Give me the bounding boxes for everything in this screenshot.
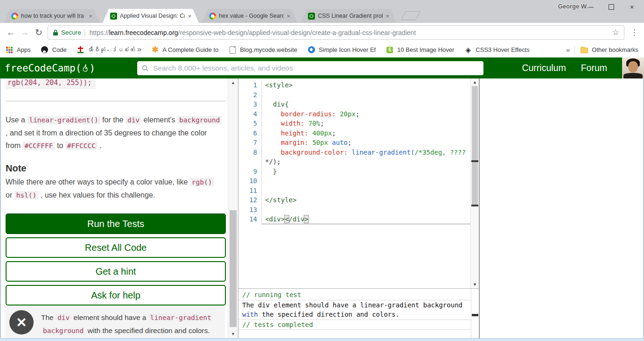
document-icon bbox=[229, 46, 236, 54]
tab-close-icon[interactable]: × bbox=[385, 13, 389, 19]
console-rows: // running testThe div element should ha… bbox=[238, 289, 479, 330]
maximize-icon bbox=[609, 4, 614, 10]
tab-close-icon[interactable]: × bbox=[89, 13, 92, 19]
code-example-tail: rgb(204, 204, 255)); bbox=[6, 78, 96, 89]
fcc-search-bar bbox=[137, 61, 483, 75]
back-button[interactable]: ← bbox=[4, 26, 18, 40]
editor-line[interactable]: 9 } bbox=[238, 167, 479, 177]
test-result-error: ✕ The div element should have a linear-g… bbox=[5, 305, 225, 338]
editor-line[interactable]: 5 width: 70%; bbox=[238, 119, 479, 128]
bookmark-image-hover[interactable]: 5 10 Best Image Hover bbox=[386, 46, 454, 54]
tab-css-linear-gradient[interactable]: CSS Linear Gradient prob × bbox=[301, 9, 397, 23]
scroll-down-icon[interactable]: ▼ bbox=[471, 282, 479, 287]
ask-help-button[interactable]: Ask for help bbox=[6, 285, 226, 305]
line-number: 9 bbox=[238, 167, 262, 177]
instruction-paragraph: Use a linear-gradient() for the div elem… bbox=[6, 114, 226, 152]
line-number: 11 bbox=[238, 186, 262, 196]
bookmark-code[interactable]: Code bbox=[41, 46, 67, 54]
address-bar[interactable]: Secure | https://learn.freecodecamp.org/… bbox=[48, 25, 624, 40]
tab-close-icon[interactable]: × bbox=[287, 13, 290, 19]
fcc-header: freeCodeCamp( ) Curriculum Forum bbox=[0, 57, 644, 78]
editor-line[interactable]: 1<style> bbox=[238, 80, 479, 90]
fcc-nav: Curriculum Forum bbox=[522, 57, 644, 78]
maximize-button[interactable] bbox=[601, 1, 622, 13]
scrollbar-thumb[interactable] bbox=[230, 210, 237, 327]
bookmark-blog[interactable]: Blog.mycode.website bbox=[229, 46, 297, 54]
forward-button[interactable]: → bbox=[18, 26, 32, 40]
folder-icon bbox=[581, 46, 588, 54]
user-avatar[interactable] bbox=[622, 57, 644, 78]
code-editor-panel: 1<style>23 div{4 border-radius: 20px;5 w… bbox=[238, 78, 479, 338]
editor-line[interactable]: 6 height: 400px; bbox=[238, 128, 479, 138]
other-bookmarks-button[interactable]: Other bookmarks bbox=[581, 46, 638, 54]
bookmark-complete-guide[interactable]: ✱ A Complete Guide to bbox=[151, 46, 218, 54]
code-editor[interactable]: 1<style>23 div{4 border-radius: 20px;5 w… bbox=[238, 78, 479, 288]
note-paragraph: While there are other ways to specify a … bbox=[6, 176, 226, 202]
instructions-panel: rgb(204, 204, 255)); Use a linear-gradie… bbox=[0, 78, 238, 338]
console-line: // running test bbox=[238, 290, 471, 300]
editor-line[interactable]: 14<div></div> bbox=[238, 214, 479, 224]
line-number: 3 bbox=[238, 99, 262, 109]
test-output-console: // running testThe div element should ha… bbox=[238, 288, 479, 338]
tab-label: CSS Linear Gradient prob bbox=[318, 13, 383, 19]
divider bbox=[6, 101, 226, 101]
console-scrollbar[interactable] bbox=[471, 289, 479, 338]
reset-code-button[interactable]: Reset All Code bbox=[6, 237, 226, 258]
bookmark-icon-hover[interactable]: Simple Icon Hover Ef bbox=[308, 46, 376, 54]
fcc-logo[interactable]: freeCodeCamp( ) bbox=[5, 63, 95, 74]
freecodecamp-favicon bbox=[308, 13, 315, 20]
tab-hex-value-search[interactable]: hex value - Google Searc × bbox=[202, 9, 298, 23]
editor-line[interactable]: 7 margin: 50px auto; bbox=[238, 138, 479, 148]
tab-label: how to track your wifi tra bbox=[21, 13, 86, 19]
bookmark-apps[interactable]: Apps bbox=[6, 46, 31, 54]
tab-wifi-traffic[interactable]: how to track your wifi tra × bbox=[4, 9, 100, 23]
editor-line[interactable]: 13 bbox=[238, 205, 479, 215]
line-number: 4 bbox=[238, 109, 262, 119]
scroll-up-icon[interactable]: ▲ bbox=[471, 80, 479, 85]
line-number: 13 bbox=[238, 205, 262, 215]
line-number: 12 bbox=[238, 195, 262, 205]
editor-line[interactable]: 10 bbox=[238, 176, 479, 186]
close-icon: × bbox=[630, 3, 634, 11]
tab-close-icon[interactable]: × bbox=[188, 13, 191, 19]
editor-line[interactable]: 12</style> bbox=[238, 195, 479, 205]
scroll-down-icon[interactable]: ▼ bbox=[228, 332, 238, 336]
scrollbar-thumb[interactable] bbox=[472, 314, 478, 316]
nav-curriculum-link[interactable]: Curriculum bbox=[522, 63, 566, 73]
bookmarks-overflow-chevron[interactable]: » bbox=[566, 46, 570, 54]
search-input[interactable] bbox=[152, 64, 479, 73]
reload-button[interactable]: ↻ bbox=[32, 26, 46, 40]
droplet-icon bbox=[308, 46, 315, 54]
editor-line[interactable]: 11 bbox=[238, 186, 479, 196]
editor-line[interactable]: 2 bbox=[238, 90, 479, 100]
get-hint-button[interactable]: Get a hint bbox=[6, 261, 226, 282]
tab-strip: how to track your wifi tra × Applied Vis… bbox=[4, 9, 418, 23]
instructions-scrollbar[interactable]: ▲ ▼ bbox=[228, 78, 238, 338]
scrollbar-thumb[interactable] bbox=[472, 86, 478, 206]
tab-applied-visual-design[interactable]: Applied Visual Design: Cr × bbox=[103, 9, 199, 23]
line-number: 5 bbox=[238, 119, 262, 128]
close-button[interactable]: × bbox=[622, 1, 642, 13]
line-number: 8 bbox=[238, 148, 262, 157]
editor-scrollbar[interactable]: ▲ ▼ bbox=[470, 78, 479, 288]
line-number: 7 bbox=[238, 138, 262, 148]
nav-forum-link[interactable]: Forum bbox=[581, 63, 607, 73]
editor-line[interactable]: 8 background-color: linear-gradient(/*35… bbox=[238, 148, 479, 157]
bookmark-star-icon[interactable]: ☆ bbox=[609, 28, 619, 37]
freecodecamp-favicon bbox=[110, 13, 117, 20]
console-line: // tests completed bbox=[238, 320, 471, 330]
line-number bbox=[238, 157, 262, 167]
editor-line[interactable]: 4 border-radius: 20px; bbox=[238, 109, 479, 119]
scroll-up-icon[interactable]: ▲ bbox=[228, 80, 238, 85]
bookmark-karen-site[interactable]: လိာ်စီဆုံ - ဒ်ပစံးတၢ်အ bbox=[77, 46, 141, 54]
google-favicon bbox=[11, 13, 18, 20]
editor-line[interactable]: 3 div{ bbox=[238, 99, 479, 109]
chrome-menu-icon[interactable]: ⋮ bbox=[628, 28, 640, 37]
console-line: The div element should have a linear-gra… bbox=[238, 300, 471, 310]
run-tests-button[interactable]: Run the Tests bbox=[6, 213, 226, 234]
new-tab-button[interactable] bbox=[401, 11, 420, 20]
bookmark-css3-hover[interactable]: ◈ CSS3 Hover Effects bbox=[464, 46, 529, 54]
editor-line[interactable]: */); bbox=[238, 157, 479, 167]
minimize-button[interactable] bbox=[581, 1, 601, 13]
omnibox-separator: | bbox=[84, 28, 86, 36]
